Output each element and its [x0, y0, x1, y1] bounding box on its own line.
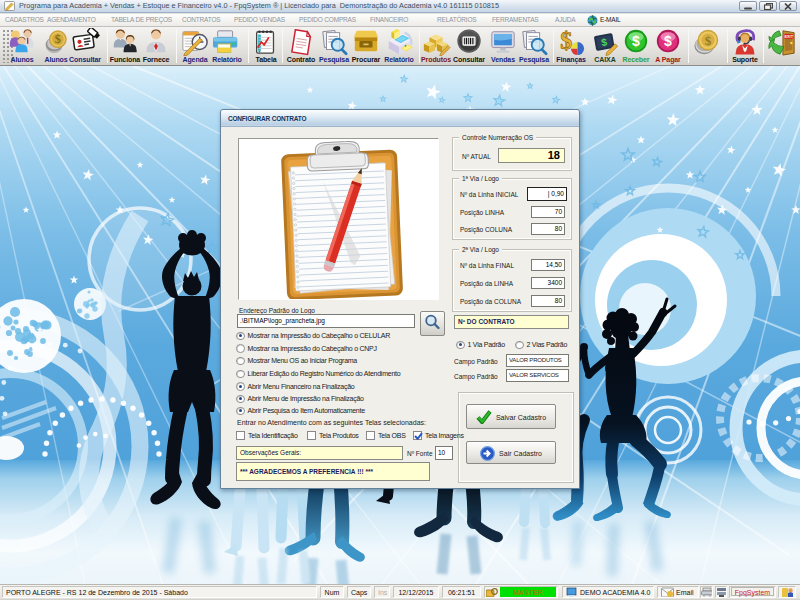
svg-text:EXIT: EXIT	[784, 34, 793, 39]
svg-text:$: $	[705, 33, 712, 48]
svg-text:$: $	[55, 32, 61, 46]
svg-text:$: $	[560, 28, 572, 54]
svg-text:$: $	[632, 33, 640, 49]
svg-text:$: $	[664, 33, 672, 49]
